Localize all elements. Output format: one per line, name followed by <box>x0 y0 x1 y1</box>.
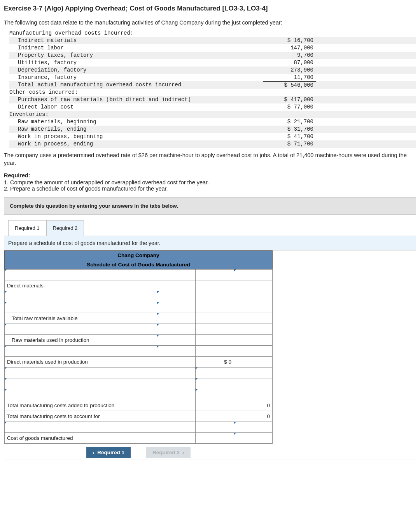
amount-input[interactable] <box>157 302 196 313</box>
intro-text: The following cost data relate to the ma… <box>4 19 416 26</box>
line-value: $ 31,700 <box>263 126 316 133</box>
required-item-1: 1. Compute the amount of underapplied or… <box>4 179 416 186</box>
label-input[interactable] <box>5 302 157 313</box>
computed-value: 0 <box>234 401 272 410</box>
row-label: Cost of goods manufactured <box>5 434 157 443</box>
table-row <box>5 324 273 335</box>
amount-input[interactable] <box>234 433 273 444</box>
cost-data-block: Manufacturing overhead costs incurred: I… <box>9 30 416 148</box>
line-value: $ 16,700 <box>263 37 316 44</box>
table-row <box>5 368 273 378</box>
tab-required-1[interactable]: Required 1 <box>8 220 46 236</box>
schedule-table: Chang Company Schedule of Cost of Goods … <box>4 250 273 444</box>
line-item: Indirect labor <box>9 44 263 52</box>
table-row <box>5 302 273 313</box>
table-row <box>5 291 273 302</box>
label-input[interactable] <box>5 346 157 357</box>
amount-input[interactable] <box>234 270 273 280</box>
line-value: 11,700 <box>263 74 316 81</box>
label-input[interactable] <box>5 389 157 400</box>
line-value: 9,700 <box>263 52 316 59</box>
line-value: $ 417,000 <box>263 96 316 103</box>
line-item: Purchases of raw materials (both direct … <box>9 96 263 103</box>
line-item: Work in process, ending <box>9 140 263 148</box>
table-header-company: Chang Company <box>5 251 273 260</box>
table-row: Cost of goods manufactured <box>5 433 273 444</box>
exercise-title: Exercise 3-7 (Algo) Applying Overhead; C… <box>4 5 416 12</box>
table-row: Total manufacturing costs added to produ… <box>5 400 273 411</box>
row-label: Total manufacturing costs to account for <box>5 412 157 421</box>
line-value: $ 546,000 <box>263 81 316 89</box>
amount-input[interactable] <box>234 422 273 433</box>
amount-input[interactable] <box>157 313 196 324</box>
prev-label: Required 1 <box>97 450 124 455</box>
amount-input[interactable] <box>157 291 196 302</box>
next-label: Required 2 <box>152 450 180 455</box>
row-label: Direct materials used in production <box>5 357 157 366</box>
line-value: 87,000 <box>263 59 316 66</box>
amount-input[interactable] <box>157 335 196 346</box>
line-item: Raw materials, ending <box>9 126 263 133</box>
chevron-left-icon: ‹ <box>93 450 94 455</box>
line-item: Raw materials, beginning <box>9 118 263 126</box>
section-head: Manufacturing overhead costs incurred: <box>9 30 254 37</box>
line-value: $ 77,000 <box>263 103 316 111</box>
row-label: Total manufacturing costs added to produ… <box>5 401 157 410</box>
label-input[interactable] <box>5 324 157 335</box>
tab-instruction: Prepare a schedule of cost of goods manu… <box>4 236 416 250</box>
row-label: Raw materials used in production <box>5 336 157 345</box>
line-value: 147,000 <box>263 44 316 52</box>
required-heading: Required: <box>4 172 416 178</box>
section-head: Inventories: <box>9 111 254 118</box>
table-row: Total manufacturing costs to account for… <box>5 411 273 422</box>
answer-instruction: Complete this question by entering your … <box>4 198 416 215</box>
section-head: Other costs incurred: <box>9 89 254 96</box>
table-row <box>5 346 273 357</box>
row-label: Total raw materials available <box>5 314 157 323</box>
table-row: Raw materials used in production <box>5 335 273 346</box>
next-button[interactable]: Required 2 › <box>146 447 191 458</box>
line-item: Utilities, factory <box>9 59 263 66</box>
tab-required-2[interactable]: Required 2 <box>46 220 84 236</box>
tabs-row: Required 1 Required 2 <box>4 215 416 236</box>
computed-value: 0 <box>234 412 272 421</box>
chevron-right-icon: › <box>183 450 185 455</box>
table-header-title: Schedule of Cost of Goods Manufactured <box>5 260 273 270</box>
line-item: Depreciation, factory <box>9 66 263 74</box>
table-row <box>5 378 273 389</box>
label-input[interactable] <box>5 378 157 389</box>
label-input[interactable] <box>5 422 157 433</box>
line-item: Insurance, factory <box>9 74 263 81</box>
line-item: Work in process, beginning <box>9 133 263 140</box>
line-value: $ 21,700 <box>263 118 316 126</box>
required-item-2: 2. Prepare a schedule of cost of goods m… <box>4 186 416 192</box>
prev-button[interactable]: ‹ Required 1 <box>86 447 131 458</box>
line-item: Property taxes, factory <box>9 52 263 59</box>
row-label: Direct materials: <box>5 281 157 290</box>
table-row <box>5 389 273 400</box>
line-item: Total actual manufacturing overhead cost… <box>9 81 263 89</box>
nav-row: ‹ Required 1 Required 2 › <box>4 444 273 460</box>
table-row: Direct materials: <box>5 280 273 291</box>
amount-input[interactable] <box>157 324 196 335</box>
line-value: 273,900 <box>263 66 316 74</box>
computed-value: $ 0 <box>196 357 234 366</box>
amount-input[interactable] <box>157 346 196 357</box>
amount-input[interactable] <box>196 389 234 400</box>
answer-area: Complete this question by entering your … <box>4 197 416 460</box>
label-input[interactable] <box>5 291 157 302</box>
table-row <box>5 270 273 280</box>
line-value: $ 71,700 <box>263 140 316 148</box>
table-row: Direct materials used in production $ 0 <box>5 357 273 368</box>
line-item: Indirect materials <box>9 37 263 44</box>
overhead-rate-text: The company uses a predetermined overhea… <box>4 152 416 167</box>
amount-input[interactable] <box>196 368 234 378</box>
table-row: Total raw materials available <box>5 313 273 324</box>
table-row <box>5 422 273 433</box>
amount-input[interactable] <box>196 378 234 389</box>
label-input[interactable] <box>5 270 157 280</box>
line-value: $ 41,700 <box>263 133 316 140</box>
label-input[interactable] <box>5 368 157 378</box>
line-item: Direct labor cost <box>9 103 263 111</box>
